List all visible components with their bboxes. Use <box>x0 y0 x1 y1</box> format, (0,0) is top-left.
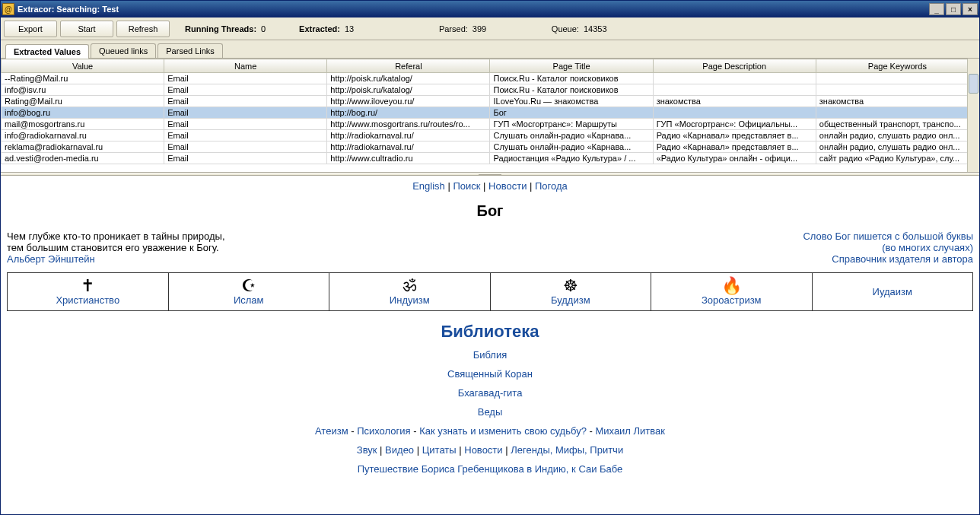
religion-link[interactable]: Индуизм <box>390 294 430 306</box>
religion-link[interactable]: Буддизм <box>551 294 590 306</box>
quote-right: Слово Бог пишется с большой буквы (во мн… <box>803 230 973 265</box>
religions-table: ✝Христианство☪ИсламॐИндуизм☸Буддизм🔥Зоро… <box>7 272 973 311</box>
link-litvak[interactable]: Михаил Литвак <box>595 425 665 437</box>
cell-kw <box>816 84 978 96</box>
cell-name: Email <box>164 153 327 164</box>
library-title[interactable]: Библиотека <box>441 322 539 341</box>
parsed-value: 399 <box>473 24 495 33</box>
toolbar: Export Start Refresh Running Threads: 0 … <box>1 17 979 40</box>
religion-cell[interactable]: ☪Ислам <box>168 273 329 311</box>
cell-title: Слушать онлайн-радио «Карнава... <box>490 141 653 153</box>
nav-news[interactable]: Новости <box>488 180 527 192</box>
cell-value: info@bog.ru <box>2 107 164 119</box>
parsed-status: Parsed: 399 <box>439 24 495 33</box>
link-psychology[interactable]: Психология <box>357 425 410 437</box>
cell-value: info@isv.ru <box>2 84 164 96</box>
results-grid[interactable]: Value Name Referal Page Title Page Descr… <box>1 59 979 164</box>
close-button[interactable]: × <box>963 3 978 15</box>
table-row[interactable]: Rating@Mail.ruEmailhttp://www.iloveyou.r… <box>2 96 979 107</box>
religion-link[interactable]: Ислам <box>234 294 264 306</box>
running-threads-status: Running Threads: 0 <box>185 24 284 33</box>
religion-cell[interactable]: ☸Буддизм <box>490 273 651 311</box>
tab-parsed-links[interactable]: Parsed Links <box>158 43 223 58</box>
cell-referal: http://www.cultradio.ru <box>327 153 490 164</box>
link-news[interactable]: Новости <box>464 444 502 456</box>
religion-icon: ॐ <box>332 278 487 294</box>
link-sound[interactable]: Звук <box>357 444 377 456</box>
cell-value: info@radiokarnaval.ru <box>2 130 164 141</box>
link-journey[interactable]: Путешествие Бориса Гребенщикова в Индию,… <box>358 463 623 475</box>
table-row[interactable]: info@isv.ruEmailhttp://poisk.ru/katalog/… <box>2 84 979 96</box>
cell-title: Слушать онлайн-радио «Карнава... <box>490 130 653 141</box>
link-destiny[interactable]: Как узнать и изменить свою судьбу? <box>419 425 587 437</box>
cell-desc: ГУП «Мосгортранс»: Официальны... <box>653 119 816 130</box>
cell-kw <box>816 107 978 119</box>
cell-referal: http://poisk.ru/katalog/ <box>327 84 490 96</box>
table-row[interactable]: ad.vesti@roden-media.ruEmailhttp://www.c… <box>2 153 979 164</box>
book-quran[interactable]: Священный Коран <box>447 368 533 380</box>
link-quotes[interactable]: Цитаты <box>422 444 457 456</box>
right-line3[interactable]: Справочник издателя и автора <box>832 253 973 265</box>
religion-icon: 🔥 <box>654 278 809 294</box>
religion-cell[interactable]: 🔥Зороастризм <box>651 273 813 311</box>
right-line1[interactable]: Слово Бог пишется с большой буквы <box>803 230 973 242</box>
cell-desc <box>653 73 816 84</box>
extracted-value: 13 <box>345 24 368 33</box>
cell-kw: сайт радио «Радио Культура», слу... <box>816 153 978 164</box>
col-page-keywords[interactable]: Page Keywords <box>816 59 978 73</box>
queue-label: Queue: <box>552 24 579 33</box>
table-row[interactable]: info@bog.ruEmailhttp://bog.ru/Бог <box>2 107 979 119</box>
table-row[interactable]: reklama@radiokarnaval.ruEmailhttp://radi… <box>2 141 979 153</box>
book-gita[interactable]: Бхагавад-гита <box>458 387 523 399</box>
cell-value: reklama@radiokarnaval.ru <box>2 141 164 153</box>
cell-kw: онлайн радио, слушать радио онл... <box>816 130 978 141</box>
cell-referal: http://radiokarnaval.ru/ <box>327 141 490 153</box>
tab-extracted-values[interactable]: Extracted Values <box>5 44 89 59</box>
religion-link[interactable]: Христианство <box>56 294 119 306</box>
religion-link[interactable]: Зороастризм <box>702 294 762 306</box>
table-row[interactable]: --Rating@Mail.ruEmailhttp://poisk.ru/kat… <box>2 73 979 84</box>
extracted-status: Extracted: 13 <box>299 24 368 33</box>
col-page-title[interactable]: Page Title <box>490 59 653 73</box>
religion-cell[interactable]: Иудаизм <box>812 273 973 311</box>
start-button[interactable]: Start <box>60 21 113 37</box>
right-line2[interactable]: (во многих случаях) <box>882 242 973 253</box>
tab-queued-links[interactable]: Queued links <box>91 43 156 58</box>
grid-scrollbar[interactable] <box>967 59 979 172</box>
book-bible[interactable]: Библия <box>473 349 508 361</box>
cell-title: Поиск.Ru - Каталог поисковиков <box>490 73 653 84</box>
quote-author[interactable]: Альберт Эйнштейн <box>7 253 95 265</box>
book-vedas[interactable]: Веды <box>478 406 503 418</box>
religion-icon: ✝ <box>11 278 165 294</box>
minimize-button[interactable]: _ <box>929 3 944 15</box>
nav-weather[interactable]: Погода <box>535 180 568 192</box>
cell-name: Email <box>164 107 327 119</box>
link-atheism[interactable]: Атеизм <box>315 425 348 437</box>
nav-search[interactable]: Поиск <box>453 180 480 192</box>
cell-desc: Радио «Карнавал» представляет в... <box>653 141 816 153</box>
link-legends[interactable]: Легенды, Мифы, Притчи <box>511 444 623 456</box>
tabstrip: Extracted Values Queued links Parsed Lin… <box>1 40 979 59</box>
preview-pane: English | Поиск | Новости | Погода Бог Ч… <box>1 176 979 514</box>
col-value[interactable]: Value <box>2 59 164 73</box>
quote-row: Чем глубже кто-то проникает в тайны прир… <box>7 230 973 265</box>
religion-cell[interactable]: ✝Христианство <box>8 273 169 311</box>
table-row[interactable]: info@radiokarnaval.ruEmailhttp://radioka… <box>2 130 979 141</box>
scrollbar-thumb[interactable] <box>969 74 978 94</box>
parsed-label: Parsed: <box>439 24 468 33</box>
religion-cell[interactable]: ॐИндуизм <box>329 273 491 311</box>
col-referal[interactable]: Referal <box>327 59 490 73</box>
religion-link[interactable]: Иудаизм <box>873 286 912 297</box>
export-button[interactable]: Export <box>4 21 57 37</box>
cell-referal: http://radiokarnaval.ru/ <box>327 130 490 141</box>
col-name[interactable]: Name <box>164 59 327 73</box>
refresh-button[interactable]: Refresh <box>116 21 170 37</box>
maximize-button[interactable]: □ <box>946 3 961 15</box>
cell-kw: общественный транспорт, транспо... <box>816 119 978 130</box>
quote-line1: Чем глубже кто-то проникает в тайны прир… <box>7 230 225 242</box>
nav-english[interactable]: English <box>412 180 445 192</box>
link-video[interactable]: Видео <box>385 444 414 456</box>
col-page-description[interactable]: Page Description <box>653 59 816 73</box>
cell-name: Email <box>164 130 327 141</box>
table-row[interactable]: mail@mosgortrans.ruEmailhttp://www.mosgo… <box>2 119 979 130</box>
